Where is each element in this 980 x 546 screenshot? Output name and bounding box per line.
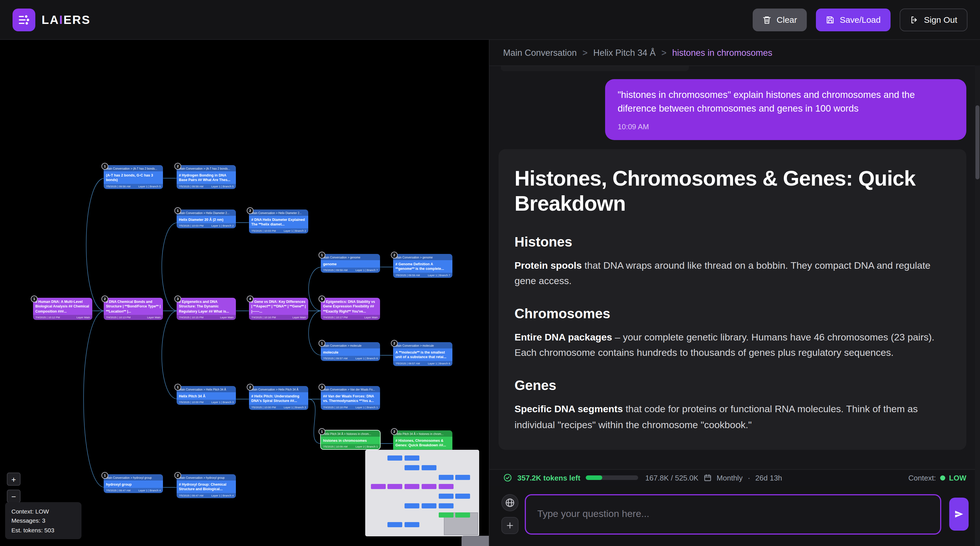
graph-node[interactable]: 5# Epigenetics: DNA Stability vs Gene Ex… bbox=[321, 298, 380, 320]
minimap-node bbox=[387, 522, 402, 527]
node-breadcrumb: Helix Pitch 34 Å > histones in chrom... bbox=[393, 430, 452, 437]
chat-scroll-area[interactable]: "histones in chromosomes" explain histon… bbox=[490, 66, 980, 469]
graph-node[interactable]: 2Main Conversation > moleculeA **molecul… bbox=[393, 342, 452, 366]
trash-icon bbox=[762, 15, 772, 24]
section-heading: Genes bbox=[514, 378, 950, 394]
node-title: # Genome Definition A **genome** is the … bbox=[393, 260, 452, 273]
breadcrumb-item[interactable]: Main Conversation bbox=[503, 48, 577, 58]
conversation-graph-panel[interactable]: 1Main Conversation > (A-T has 2 bonds...… bbox=[0, 40, 489, 546]
graph-node[interactable]: 2Main Conversation > Helix Pitch 34 Å# H… bbox=[249, 386, 308, 410]
node-meta: 7/4/2025 | 10:18 PMLayer 1 | Branch 1 bbox=[321, 405, 380, 410]
add-attachment-button[interactable] bbox=[501, 517, 519, 534]
breadcrumb-item[interactable]: Helix Pitch 34 Å bbox=[593, 48, 656, 58]
graph-node[interactable]: 1Main Conversation > genomegenome7/5/202… bbox=[321, 254, 380, 273]
node-meta: 7/5/2025 | 09:58 AMLayer 1 | Branch 5 bbox=[177, 184, 236, 189]
node-meta: 7/5/2025 | 10:00 PMLayer 1 | Branch 3 bbox=[177, 400, 236, 405]
graph-node[interactable]: 1Main Conversation > Helix Pitch 34 ÅHel… bbox=[177, 386, 236, 405]
node-order-badge: 1 bbox=[174, 384, 181, 390]
breadcrumb-separator: > bbox=[582, 48, 587, 58]
resize-handle[interactable] bbox=[461, 536, 489, 546]
minimap-node bbox=[422, 503, 436, 508]
node-title: ## Van der Waals Forces: DNA vs. Thermod… bbox=[321, 392, 380, 405]
breadcrumb-separator: > bbox=[661, 48, 667, 58]
node-meta: 7/5/2025 | 09:57 AMLayer 1 | Branch 6 bbox=[393, 361, 452, 366]
graph-node[interactable]: 2# DNA Chemical Bonds and Structure | **… bbox=[104, 298, 163, 320]
graph-node[interactable]: 1Main Conversation > moleculemolecule7/5… bbox=[321, 342, 380, 361]
node-meta: 7/5/2025 | 09:57 AMLayer 1 | Branch 6 bbox=[321, 356, 380, 361]
node-meta: 7/5/2025 | 09:58 AMLayer 1 | Branch 5 bbox=[104, 184, 163, 189]
node-order-badge: 5 bbox=[318, 295, 325, 302]
node-breadcrumb: Main Conversation > Van der Waals Fo... bbox=[321, 386, 380, 392]
billing-period: Monthly bbox=[717, 473, 743, 482]
minimap-node bbox=[387, 484, 402, 489]
node-title: # Helix Pitch: Understanding DNA's Spira… bbox=[249, 392, 308, 405]
graph-node[interactable]: 1# Human DNA: A Multi-Level Biological A… bbox=[33, 298, 92, 320]
breadcrumb: Main Conversation>Helix Pitch 34 Å>histo… bbox=[490, 40, 980, 66]
context-info-line: Messages: 3 bbox=[11, 516, 75, 525]
graph-edge bbox=[309, 311, 322, 355]
response-title: Histones, Chromosomes & Genes: Quick Bre… bbox=[514, 166, 950, 217]
context-status-dot bbox=[940, 475, 945, 480]
zoom-out-button[interactable]: − bbox=[7, 490, 21, 503]
graph-node[interactable]: 1Main Conversation > hydroxyl grouphydro… bbox=[104, 474, 163, 493]
node-breadcrumb: Main Conversation > Helix Diameter 2... bbox=[177, 210, 236, 216]
node-breadcrumb: Main Conversation > hydroxyl group bbox=[177, 474, 236, 481]
node-breadcrumb: Main Conversation > Helix Pitch 34 Å bbox=[177, 386, 236, 392]
node-meta: 7/5/2025 | 09:47 AMLayer 1 | Branch 4 bbox=[177, 493, 236, 498]
node-meta: 7/5/2025 | 09:59 AMLayer 1 | Branch 7 bbox=[321, 268, 380, 273]
node-order-badge: 1 bbox=[318, 428, 325, 435]
graph-node[interactable]: 3# Epigenetics and DNA Structure: The Dy… bbox=[177, 298, 236, 320]
minimap-node bbox=[404, 522, 419, 527]
graph-edge bbox=[86, 178, 105, 311]
token-status-bar: 357.2K tokens left 167.8K / 525.0K Month… bbox=[490, 469, 980, 486]
node-title: histones in chromosomes bbox=[321, 437, 380, 444]
node-title: # Epigenetics: DNA Stability vs Gene Exp… bbox=[321, 298, 380, 315]
graph-node[interactable]: 3Main Conversation > Van der Waals Fo...… bbox=[321, 386, 380, 410]
laiers-logo-icon[interactable] bbox=[13, 8, 35, 31]
chat-scrollbar-thumb[interactable] bbox=[975, 105, 980, 179]
tokens-left-label: 357.2K tokens left bbox=[517, 473, 580, 482]
node-breadcrumb: Main Conversation > (A-T has 2 bonds... bbox=[177, 165, 236, 171]
save-load-button[interactable]: Save/Load bbox=[816, 8, 890, 31]
node-order-badge: 2 bbox=[391, 252, 398, 259]
zoom-in-button[interactable]: + bbox=[7, 473, 21, 486]
node-order-badge: 3 bbox=[174, 295, 181, 302]
graph-node[interactable]: 2Main Conversation > (A-T has 2 bonds...… bbox=[177, 165, 236, 189]
node-breadcrumb: Main Conversation > genome bbox=[321, 254, 380, 260]
graph-node[interactable]: 2Main Conversation > genome# Genome Defi… bbox=[393, 254, 452, 278]
app-header: LAIERS Clear Save/Load Sign Out bbox=[0, 0, 980, 40]
graph-node[interactable]: 4# Gene vs DNA: Key Differences | **Aspe… bbox=[249, 298, 308, 320]
clear-button[interactable]: Clear bbox=[752, 8, 807, 31]
question-input[interactable] bbox=[536, 508, 930, 521]
graph-node[interactable]: 1Main Conversation > (A-T has 2 bonds...… bbox=[104, 165, 163, 189]
minimap-node bbox=[455, 513, 470, 518]
breadcrumb-item[interactable]: histones in chromosomes bbox=[672, 48, 773, 58]
graph-node[interactable]: 1Helix Pitch 34 Å > histones in chrom...… bbox=[321, 430, 380, 449]
token-progress-bar bbox=[585, 475, 638, 480]
node-title: (A-T has 2 bonds, G-C has 3 bonds) bbox=[104, 171, 163, 184]
node-breadcrumb: Main Conversation > Helix Diameter 2... bbox=[249, 210, 308, 216]
node-breadcrumb: Main Conversation > molecule bbox=[321, 342, 380, 348]
chat-scrollbar[interactable] bbox=[975, 65, 980, 546]
graph-node[interactable]: 1Main Conversation > Helix Diameter 2...… bbox=[177, 210, 236, 229]
question-input-box[interactable] bbox=[525, 494, 941, 534]
app-root: LAIERS Clear Save/Load Sign Out 1Main Co… bbox=[0, 0, 980, 546]
graph-edge bbox=[309, 267, 322, 311]
sign-out-button[interactable]: Sign Out bbox=[899, 8, 967, 31]
message-timestamp: 10:09 AM bbox=[617, 122, 954, 131]
node-title: # Hydrogen Bonding in DNA Base Pairs ## … bbox=[177, 171, 236, 184]
node-title: molecule bbox=[321, 348, 380, 356]
node-meta: 7/4/2025 | 10:13 PMLayer Main bbox=[104, 315, 163, 320]
send-button[interactable] bbox=[949, 498, 969, 531]
section-body: Entire DNA packages – your complete gene… bbox=[514, 330, 950, 361]
context-info-line: Est. tokens: 503 bbox=[11, 525, 75, 535]
language-globe-button[interactable] bbox=[501, 494, 519, 511]
graph-node[interactable]: 2Main Conversation > hydroxyl group# Hyd… bbox=[177, 474, 236, 498]
node-meta: 7/4/2025 | 10:17 PMLayer Main bbox=[321, 315, 380, 320]
section-body: Protein spools that DNA wraps around lik… bbox=[514, 258, 950, 289]
graph-node[interactable]: 2Main Conversation > Helix Diameter 2...… bbox=[249, 210, 308, 233]
node-order-badge: 2 bbox=[174, 163, 181, 170]
graph-edge bbox=[308, 399, 321, 443]
node-breadcrumb: Main Conversation > Helix Pitch 34 Å bbox=[249, 386, 308, 392]
graph-minimap[interactable] bbox=[365, 450, 479, 536]
